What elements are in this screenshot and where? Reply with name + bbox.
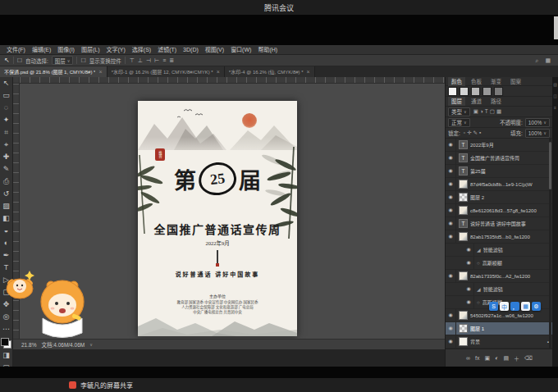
visibility-toggle-icon[interactable]: ◉ — [446, 309, 456, 321]
fill-dropdown[interactable]: 100% ∨ — [525, 129, 550, 138]
layer-row[interactable]: ◉◢智能滤镜 — [446, 244, 553, 257]
visibility-toggle-icon[interactable]: ◉ — [446, 217, 456, 230]
crop-tool[interactable]: ⌗ — [0, 126, 12, 139]
gradient-tool[interactable]: ◧ — [0, 212, 12, 225]
color-swatch-2[interactable] — [460, 87, 469, 96]
auto-select-dropdown[interactable]: 图层 ∨ — [52, 56, 74, 65]
layer-row[interactable]: ◉背景▪ — [446, 335, 553, 349]
visibility-toggle-icon[interactable]: ◉ — [446, 152, 456, 164]
visibility-toggle-icon[interactable]: ◉ — [464, 296, 474, 308]
menu-item-4[interactable]: 图层(L) — [78, 45, 103, 55]
menu-item-2[interactable]: 编辑(E) — [29, 45, 54, 55]
collapsed-panel-info-icon[interactable]: ≡ — [554, 105, 556, 110]
delete-layer-icon[interactable]: ⌫ — [524, 355, 533, 362]
visibility-toggle-icon[interactable]: ◉ — [446, 204, 456, 217]
document-tab[interactable]: *水印-4 @ 16.2% (仙, CMYK/8#) *× — [225, 66, 315, 77]
link-layers-icon[interactable]: ∞ — [466, 355, 470, 361]
visibility-toggle-icon[interactable]: ◉ — [446, 139, 456, 151]
ime-punctuation-icon[interactable]: ， — [510, 302, 519, 311]
align-icon-5[interactable]: ≡ — [162, 57, 167, 64]
panel-tab-paths[interactable]: 路径 — [487, 97, 505, 106]
layer-row[interactable]: ◉54502f927a1c...w06_fw1200 — [446, 309, 553, 322]
healing-brush-tool[interactable]: ✚ — [0, 151, 12, 163]
quick-mask-icon[interactable]: ◨ — [0, 349, 12, 362]
tab-close-icon[interactable]: × — [217, 69, 220, 75]
panel-tab-swatches[interactable]: 色板 — [468, 77, 485, 86]
layer-row[interactable]: ◉图层 2 — [446, 191, 553, 204]
layer-row[interactable]: ◉82ab17335f0c...A2_fw1200 — [446, 270, 553, 283]
poster-document[interactable]: 推普 第 25 届 全国推广普通话宣传周 2022年9月 说好普通话 讲好中国故… — [138, 101, 297, 336]
filter-smart-objects-icon[interactable]: ▦ — [496, 108, 502, 114]
brush-tool[interactable]: ✎ — [0, 163, 12, 175]
visibility-toggle-icon[interactable]: ◉ — [446, 335, 456, 348]
ime-logo-icon[interactable]: S — [489, 302, 498, 311]
layer-row[interactable]: ◉82ab17535fd5...b0_fw1200 — [446, 230, 553, 244]
new-adjustment-layer-icon[interactable]: ◐ — [495, 355, 498, 361]
align-icon-3[interactable]: ⊣ — [145, 57, 152, 64]
layer-row[interactable]: ◉图层 1 — [446, 322, 553, 335]
eraser-tool[interactable]: ▨ — [0, 200, 12, 212]
screen-share-bar[interactable]: 李毓凡的屏幕共享 — [0, 378, 558, 392]
menu-item-5[interactable]: 文字(Y) — [103, 45, 128, 55]
opacity-dropdown[interactable]: 100% ∨ — [525, 118, 550, 127]
layer-row[interactable]: ◉87d4f5a0cb8b...1e9-1C(p)W — [446, 178, 553, 191]
pen-tool[interactable]: ✒ — [0, 249, 12, 262]
panel-tab-channels[interactable]: 通道 — [468, 97, 485, 106]
dodge-tool[interactable]: ◐ — [0, 237, 12, 249]
align-icon-6[interactable]: ≣ — [168, 57, 175, 64]
blend-mode-dropdown[interactable]: 正常 ∨ — [448, 118, 470, 127]
document-tab[interactable]: *水印-1 @ 16.2% (图层 12, CMYK/8#/CMYK) *× — [107, 66, 225, 77]
add-layer-mask-icon[interactable]: ▣ — [485, 355, 491, 362]
layer-style-icon[interactable]: fx — [475, 355, 479, 361]
layer-row[interactable]: ◉T说好普通话 讲好中国故事 — [446, 217, 553, 230]
new-layer-icon[interactable]: ＋ — [514, 354, 519, 362]
visibility-toggle-icon[interactable]: ◉ — [446, 165, 456, 177]
panel-tab-patterns[interactable]: 图案 — [507, 77, 524, 86]
auto-select-checkbox[interactable]: ☐ — [17, 57, 22, 64]
layer-row[interactable]: ◉T全国推广普通话宣传周 — [446, 152, 553, 165]
filter-pixel-layers-icon[interactable]: ▣ — [473, 108, 479, 114]
menu-item-10[interactable]: 窗口(W) — [227, 45, 254, 55]
align-icon-1[interactable]: ⊤ — [129, 57, 135, 64]
new-group-icon[interactable]: ▤ — [503, 355, 509, 362]
document-tab[interactable]: 不保通.psd @ 21.8% (图层 1, CMYK/8#) *× — [0, 66, 107, 77]
menu-item-6[interactable]: 选择(S) — [129, 45, 154, 55]
color-swatch-1[interactable] — [448, 87, 457, 96]
panel-tab-layers[interactable]: 图层 — [448, 97, 465, 106]
layer-row[interactable]: ◉T2022年9月 — [446, 139, 553, 152]
menu-item-7[interactable]: 滤镜(T) — [154, 45, 180, 55]
visibility-toggle-icon[interactable]: ◉ — [446, 191, 456, 203]
panel-tab-color[interactable]: 颜色 — [448, 77, 465, 86]
tab-close-icon[interactable]: × — [307, 69, 310, 75]
lasso-tool[interactable]: ◌ — [0, 102, 12, 114]
filter-adjustment-layers-icon[interactable]: ◑ — [479, 108, 484, 114]
clone-stamp-tool[interactable]: ⎙ — [0, 175, 12, 188]
layer-row[interactable]: ◉○高斯模糊 — [446, 257, 553, 270]
anime-desktop-sticker[interactable] — [5, 264, 90, 343]
lock-position-icon[interactable]: ✛ — [466, 130, 472, 135]
layer-row[interactable]: ◉◢智能滤镜 — [446, 283, 553, 296]
workspace-switcher-icon[interactable]: ▦ — [544, 57, 551, 64]
menu-item-9[interactable]: 视图(V) — [202, 45, 227, 55]
layer-row[interactable]: ◉c8e6120618d3...57g8_fw1200 — [446, 204, 553, 217]
menu-item-3[interactable]: 图像(I) — [54, 45, 78, 55]
visibility-toggle-icon[interactable]: ◉ — [446, 270, 456, 282]
align-icon-4[interactable]: ⊢ — [153, 57, 160, 64]
menu-item-1[interactable]: 文件(F) — [3, 45, 29, 55]
color-swatch-4[interactable] — [483, 87, 492, 96]
panel-tab-gradients[interactable]: 渐变 — [487, 77, 505, 86]
color-swatch-5[interactable] — [494, 87, 503, 96]
filter-type-layers-icon[interactable]: T — [484, 108, 489, 114]
visibility-toggle-icon[interactable]: ◉ — [446, 230, 456, 243]
ime-language-icon[interactable]: 中 — [500, 302, 509, 311]
visibility-toggle-icon[interactable]: ◉ — [464, 283, 474, 295]
collapsed-panel-properties-icon[interactable]: ◫ — [553, 93, 557, 98]
move-tool[interactable]: ↖ — [0, 77, 12, 89]
lock-all-icon[interactable]: ▪ — [478, 130, 482, 135]
layer-filter-kind-dropdown[interactable]: 类型 ∨ — [448, 107, 470, 116]
marquee-tool[interactable]: ▭ — [0, 89, 12, 102]
layers-scrollbar[interactable] — [549, 139, 551, 349]
visibility-toggle-icon[interactable]: ◉ — [464, 244, 474, 256]
eyedropper-tool[interactable]: ⌖ — [0, 139, 12, 151]
search-icon[interactable]: ⌕ — [534, 57, 539, 64]
